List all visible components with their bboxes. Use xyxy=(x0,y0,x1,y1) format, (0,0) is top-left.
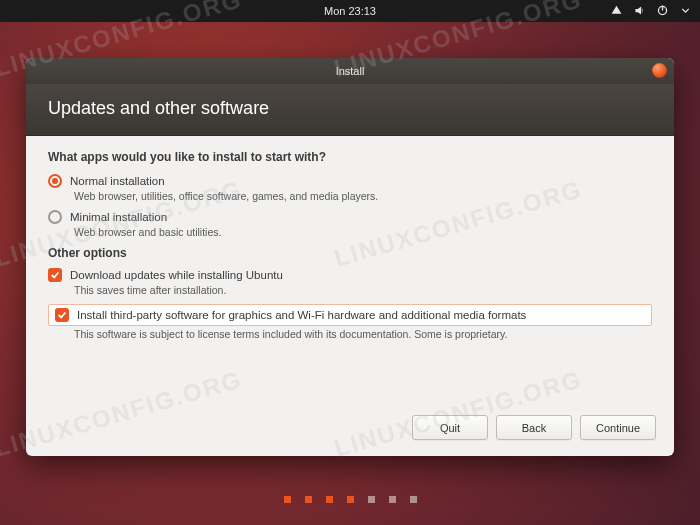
quit-button[interactable]: Quit xyxy=(412,415,488,440)
radio-icon xyxy=(48,210,62,224)
question-label: What apps would you like to install to s… xyxy=(48,150,652,164)
step-dot xyxy=(410,496,417,503)
checkbox-label: Download updates while installing Ubuntu xyxy=(70,269,283,281)
normal-sublabel: Web browser, utilities, office software,… xyxy=(74,190,652,202)
page-title: Updates and other software xyxy=(26,84,674,136)
step-dot xyxy=(305,496,312,503)
other-options-title: Other options xyxy=(48,246,652,260)
radio-normal-installation[interactable]: Normal installation xyxy=(48,174,652,188)
step-dot xyxy=(389,496,396,503)
step-dot xyxy=(326,496,333,503)
radio-label: Normal installation xyxy=(70,175,165,187)
radio-label: Minimal installation xyxy=(70,211,167,223)
download-sublabel: This saves time after installation. xyxy=(74,284,652,296)
close-icon[interactable] xyxy=(652,63,667,78)
svg-rect-1 xyxy=(662,5,663,10)
radio-icon xyxy=(48,174,62,188)
step-dot xyxy=(368,496,375,503)
step-dot xyxy=(347,496,354,503)
top-panel: Mon 23:13 xyxy=(0,0,700,22)
sound-icon[interactable] xyxy=(633,4,646,19)
minimal-sublabel: Web browser and basic utilities. xyxy=(74,226,652,238)
power-icon[interactable] xyxy=(656,4,669,19)
step-dot xyxy=(284,496,291,503)
checkbox-third-party[interactable]: Install third-party software for graphic… xyxy=(48,304,652,326)
continue-button[interactable]: Continue xyxy=(580,415,656,440)
back-button[interactable]: Back xyxy=(496,415,572,440)
button-row: Quit Back Continue xyxy=(26,405,674,456)
installer-window: Install Updates and other software What … xyxy=(26,58,674,456)
content-area: What apps would you like to install to s… xyxy=(26,136,674,405)
checkbox-label: Install third-party software for graphic… xyxy=(77,309,526,321)
network-icon[interactable] xyxy=(610,4,623,19)
window-title: Install xyxy=(336,65,365,77)
step-dots xyxy=(0,496,700,503)
titlebar: Install xyxy=(26,58,674,84)
clock: Mon 23:13 xyxy=(324,5,376,17)
chevron-down-icon[interactable] xyxy=(679,4,692,19)
radio-minimal-installation[interactable]: Minimal installation xyxy=(48,210,652,224)
checkbox-download-updates[interactable]: Download updates while installing Ubuntu xyxy=(48,268,652,282)
system-tray xyxy=(610,0,692,22)
checkbox-icon xyxy=(48,268,62,282)
thirdparty-sublabel: This software is subject to license term… xyxy=(74,328,652,340)
checkbox-icon xyxy=(55,308,69,322)
